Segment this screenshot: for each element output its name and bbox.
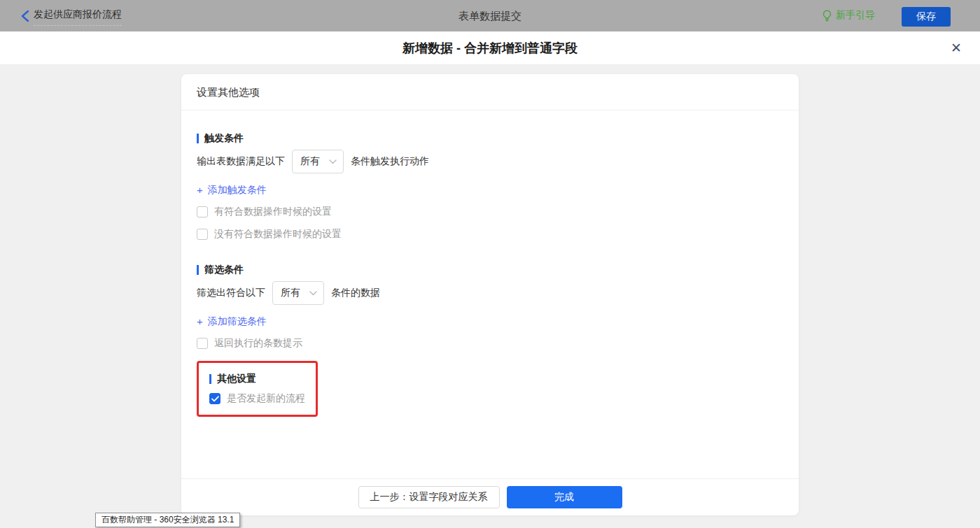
panel-footer: 上一步：设置字段对应关系 完成	[181, 478, 799, 515]
red-annotation-box: 其他设置 是否发起新的流程	[197, 361, 318, 417]
trigger-condition-row: 输出表数据满足以下 所有 条件触发执行动作	[197, 150, 783, 173]
checkbox-unchecked	[197, 229, 208, 240]
no-matching-data-checkbox-row[interactable]: 没有符合数据操作时候的设置	[197, 228, 342, 241]
section-title-label: 筛选条件	[204, 264, 244, 276]
beginner-guide-button[interactable]: 新手引导	[822, 9, 875, 22]
lightbulb-icon	[822, 10, 832, 22]
chevron-down-icon	[329, 159, 337, 164]
save-button[interactable]: 保存	[902, 7, 951, 27]
filter-match-select[interactable]: 所有	[272, 281, 324, 305]
trigger-match-select[interactable]: 所有	[292, 150, 344, 173]
checkbox-checked	[209, 393, 220, 404]
other-section-title: 其他设置	[209, 372, 305, 386]
close-icon: ✕	[951, 41, 962, 55]
has-matching-data-checkbox-row[interactable]: 有符合数据操作时候的设置	[197, 206, 332, 218]
panel-body: 触发条件 输出表数据满足以下 所有 条件触发执行动作 + 添加触发条件 有符合数…	[181, 110, 799, 478]
start-new-flow-checkbox-row[interactable]: 是否发起新的流程	[209, 392, 305, 405]
filter-row-prefix: 筛选出符合以下	[197, 287, 265, 299]
screen: 发起供应商报价流程 表单数据提交 新手引导 保存 新增数据 - 合并新增到普通字…	[0, 0, 980, 528]
checkbox-unchecked	[197, 206, 208, 217]
filter-section-title: 筛选条件	[197, 263, 783, 277]
panel-header: 设置其他选项	[181, 74, 799, 110]
checkbox-label: 返回执行的条数提示	[214, 337, 302, 350]
beginner-guide-label: 新手引导	[836, 9, 875, 22]
add-filter-condition-link[interactable]: + 添加筛选条件	[197, 315, 267, 329]
trigger-section-title: 触发条件	[197, 131, 783, 145]
done-button[interactable]: 完成	[507, 486, 622, 508]
add-link-label: 添加筛选条件	[208, 315, 267, 328]
filter-condition-row: 筛选出符合以下 所有 条件的数据	[197, 281, 783, 305]
trigger-row-prefix: 输出表数据满足以下	[197, 155, 285, 168]
select-value: 所有	[300, 155, 320, 168]
trigger-row-suffix: 条件触发执行动作	[351, 155, 429, 168]
checkbox-unchecked	[197, 338, 208, 349]
add-link-label: 添加触发条件	[208, 184, 267, 197]
checkbox-label: 没有符合数据操作时候的设置	[214, 228, 342, 241]
close-button[interactable]: ✕	[949, 41, 963, 55]
return-count-checkbox-row[interactable]: 返回执行的条数提示	[197, 337, 302, 350]
section-marker	[197, 134, 199, 143]
select-value: 所有	[281, 287, 300, 299]
browser-status-tooltip: 百数帮助管理 - 360安全浏览器 13.1	[95, 513, 240, 527]
checkbox-label: 有符合数据操作时候的设置	[214, 206, 332, 218]
filter-row-suffix: 条件的数据	[331, 287, 380, 299]
checkbox-label: 是否发起新的流程	[227, 392, 305, 405]
section-marker	[209, 374, 211, 384]
app-header: 发起供应商报价流程 表单数据提交 新手引导 保存	[0, 0, 980, 31]
options-panel: 设置其他选项 触发条件 输出表数据满足以下 所有 条件触发执行动作 + 添加触	[181, 74, 799, 515]
add-trigger-condition-link[interactable]: + 添加触发条件	[197, 183, 267, 197]
prev-step-button[interactable]: 上一步：设置字段对应关系	[358, 486, 500, 508]
plus-icon: +	[197, 185, 203, 195]
section-title-label: 其他设置	[217, 373, 256, 385]
section-title-label: 触发条件	[204, 132, 244, 145]
chevron-down-icon	[309, 291, 317, 296]
modal-title: 新增数据 - 合并新增到普通字段	[402, 40, 578, 57]
plus-icon: +	[197, 317, 203, 327]
section-marker	[197, 265, 199, 275]
modal-titlebar: 新增数据 - 合并新增到普通字段 ✕	[0, 31, 980, 65]
